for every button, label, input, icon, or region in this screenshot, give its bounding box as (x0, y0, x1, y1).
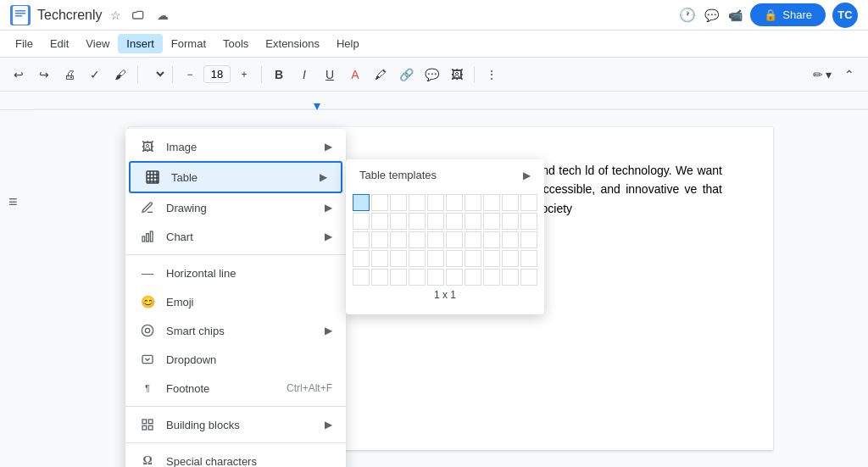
menu-item-drawing[interactable]: Drawing ▶ (125, 193, 346, 222)
redo-button[interactable]: ↪ (32, 63, 56, 86)
menu-item-special-chars[interactable]: Ω Special characters (125, 447, 346, 467)
grid-cell-5-2[interactable] (371, 269, 388, 286)
paint-format-button[interactable]: 🖌 (108, 63, 132, 86)
grid-cell-2-1[interactable] (353, 213, 370, 230)
grid-cell-1-7[interactable] (465, 194, 481, 211)
font-size-increase[interactable]: + (232, 63, 256, 86)
grid-cell-4-3[interactable] (390, 250, 407, 267)
underline-button[interactable]: U (318, 63, 342, 86)
grid-cell-3-10[interactable] (520, 231, 537, 248)
table-templates-row[interactable]: Table templates ▶ (346, 163, 544, 187)
menu-item-table[interactable]: Table ▶ (129, 161, 342, 193)
grid-cell-2-8[interactable] (483, 213, 500, 230)
grid-cell-3-8[interactable] (483, 231, 500, 248)
grid-cell-3-7[interactable] (465, 231, 481, 248)
grid-cell-5-5[interactable] (427, 269, 444, 286)
cloud-icon[interactable]: ☁ (154, 7, 171, 24)
font-size-value[interactable]: 18 (203, 65, 231, 83)
grid-cell-2-5[interactable] (427, 213, 444, 230)
image-insert-button[interactable]: 🖼 (445, 63, 469, 86)
grid-cell-3-1[interactable] (353, 231, 370, 248)
undo-button[interactable]: ↩ (7, 63, 31, 86)
grid-cell-4-10[interactable] (520, 250, 537, 267)
menu-view[interactable]: View (77, 34, 118, 53)
grid-cell-4-8[interactable] (483, 250, 500, 267)
grid-cell-3-9[interactable] (502, 231, 519, 248)
outline-icon[interactable]: ≡ (8, 193, 18, 211)
more-toolbar-button[interactable]: ⋮ (480, 63, 504, 86)
bold-button[interactable]: B (267, 63, 291, 86)
grid-cell-3-6[interactable] (446, 231, 463, 248)
print-button[interactable]: 🖨 (58, 63, 81, 86)
grid-cell-2-10[interactable] (520, 213, 537, 230)
menu-item-dropdown[interactable]: Dropdown (125, 345, 346, 374)
grid-cell-4-1[interactable] (353, 250, 370, 267)
grid-cell-3-3[interactable] (390, 231, 407, 248)
highlight-button[interactable]: 🖍 (369, 63, 392, 86)
menu-insert[interactable]: Insert (118, 34, 163, 53)
menu-format[interactable]: Format (163, 34, 214, 53)
grid-cell-1-3[interactable] (390, 194, 407, 211)
grid-cell-1-2[interactable] (371, 194, 388, 211)
grid-cell-5-7[interactable] (465, 269, 481, 286)
menu-file[interactable]: File (7, 34, 42, 53)
grid-cell-1-4[interactable] (409, 194, 426, 211)
menu-extensions[interactable]: Extensions (257, 34, 328, 53)
grid-cell-3-5[interactable] (427, 231, 444, 248)
grid-cell-1-8[interactable] (483, 194, 500, 211)
grid-cell-4-6[interactable] (446, 250, 463, 267)
font-selector[interactable] (143, 65, 167, 83)
menu-item-smart-chips[interactable]: Smart chips ▶ (125, 316, 346, 345)
grid-cell-4-5[interactable] (427, 250, 444, 267)
grid-cell-2-2[interactable] (371, 213, 388, 230)
menu-edit[interactable]: Edit (42, 34, 77, 53)
grid-cell-2-4[interactable] (409, 213, 426, 230)
menu-item-footnote[interactable]: ¶ Footnote Ctrl+Alt+F (125, 374, 346, 403)
font-size-decrease[interactable]: − (178, 63, 202, 86)
link-button[interactable]: 🔗 (394, 63, 418, 86)
grid-cell-4-2[interactable] (371, 250, 388, 267)
grid-cell-3-4[interactable] (409, 231, 426, 248)
folder-icon[interactable] (131, 7, 147, 24)
grid-cell-1-6[interactable] (446, 194, 463, 211)
grid-cell-2-7[interactable] (465, 213, 481, 230)
grid-cell-5-8[interactable] (483, 269, 500, 286)
grid-cell-5-10[interactable] (520, 269, 537, 286)
grid-cell-2-3[interactable] (390, 213, 407, 230)
share-button[interactable]: 🔒 Share (750, 3, 826, 26)
avatar[interactable]: TC (832, 3, 858, 28)
text-color-button[interactable]: A (343, 63, 367, 86)
menu-label-footnote: Footnote (166, 382, 273, 395)
grid-cell-4-7[interactable] (465, 250, 481, 267)
grid-cell-5-4[interactable] (409, 269, 426, 286)
grid-cell-1-9[interactable] (502, 194, 519, 211)
italic-button[interactable]: I (292, 63, 316, 86)
star-icon[interactable]: ☆ (107, 7, 124, 24)
menu-tools[interactable]: Tools (214, 34, 257, 53)
meet-icon[interactable]: 📹 (726, 7, 743, 24)
menu-item-emoji[interactable]: 😊 Emoji (125, 287, 346, 316)
grid-cell-5-1[interactable] (353, 269, 370, 286)
menu-item-image[interactable]: 🖼 Image ▶ (125, 132, 346, 161)
comments-icon[interactable]: 💬 (703, 7, 720, 24)
grid-cell-2-6[interactable] (446, 213, 463, 230)
grid-cell-4-9[interactable] (502, 250, 519, 267)
expand-button[interactable]: ⌃ (837, 63, 861, 86)
spellcheck-button[interactable]: ✓ (83, 63, 107, 86)
grid-cell-1-1[interactable] (353, 194, 370, 211)
grid-cell-1-10[interactable] (520, 194, 537, 211)
grid-cell-5-3[interactable] (390, 269, 407, 286)
editing-mode-button[interactable]: ✏ ▾ (810, 63, 834, 86)
grid-cell-3-2[interactable] (371, 231, 388, 248)
grid-cell-4-4[interactable] (409, 250, 426, 267)
comment-button[interactable]: 💬 (420, 63, 443, 86)
menu-item-building-blocks[interactable]: Building blocks ▶ (125, 410, 346, 439)
grid-cell-5-9[interactable] (502, 269, 519, 286)
grid-cell-5-6[interactable] (446, 269, 463, 286)
history-icon[interactable]: 🕐 (679, 7, 696, 24)
grid-cell-2-9[interactable] (502, 213, 519, 230)
menu-help[interactable]: Help (328, 34, 368, 53)
menu-item-chart[interactable]: Chart ▶ (125, 222, 346, 251)
grid-cell-1-5[interactable] (427, 194, 444, 211)
menu-item-horizontal-line[interactable]: — Horizontal line (125, 259, 346, 287)
